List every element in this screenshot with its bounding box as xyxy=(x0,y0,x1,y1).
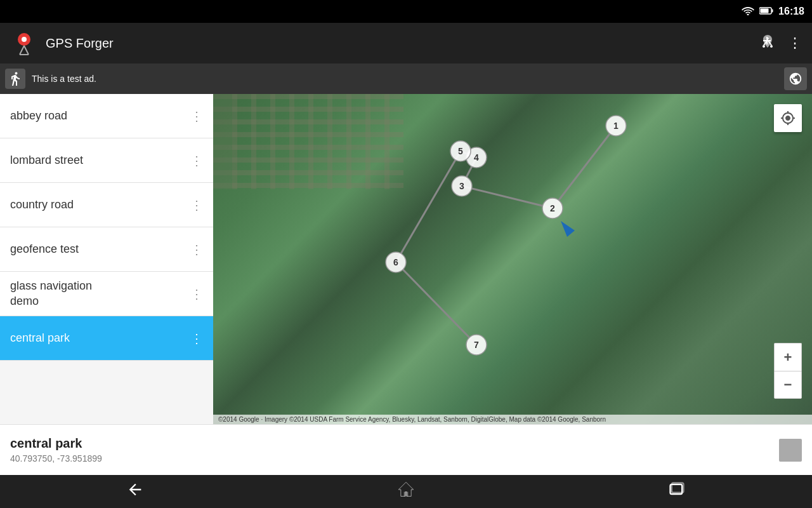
route-item-glass-navigation-demo[interactable]: glass navigationdemo ⋮ xyxy=(0,272,213,316)
route-menu-dots[interactable]: ⋮ xyxy=(190,286,203,302)
route-info: central park 40.793750, -73.951899 xyxy=(10,436,779,464)
svg-text:6: 6 xyxy=(393,257,398,267)
svg-marker-78 xyxy=(561,221,575,237)
svg-text:5: 5 xyxy=(458,146,463,156)
selected-route-coordinates: 40.793750, -73.951899 xyxy=(10,453,779,464)
zoom-in-button[interactable]: + xyxy=(774,343,802,371)
map-view[interactable]: 1 2 3 4 5 6 7 xyxy=(213,94,812,424)
toolbar-icons: ⋮ xyxy=(760,34,802,53)
route-name: geofence test xyxy=(10,243,79,256)
route-item-lombard-street[interactable]: lombard street ⋮ xyxy=(0,138,213,183)
recent-apps-button[interactable] xyxy=(668,481,686,502)
map-attribution: ©2014 Google · Imagery ©2014 USDA Farm S… xyxy=(213,415,812,424)
route-name: glass navigationdemo xyxy=(10,279,92,309)
route-name: country road xyxy=(10,198,74,211)
ad-person-icon xyxy=(5,69,25,89)
svg-text:2: 2 xyxy=(550,203,555,213)
wifi-icon xyxy=(742,6,754,17)
route-menu-dots[interactable]: ⋮ xyxy=(190,197,203,213)
svg-point-10 xyxy=(770,45,773,48)
svg-rect-2 xyxy=(772,10,773,13)
route-menu-dots[interactable]: ⋮ xyxy=(190,109,203,124)
navigation-bar xyxy=(0,475,812,508)
route-path-svg: 1 2 3 4 5 6 7 xyxy=(213,94,812,424)
svg-rect-3 xyxy=(761,9,769,13)
app-title: GPS Forger xyxy=(46,36,760,51)
selected-route-info-panel: central park 40.793750, -73.951899 xyxy=(0,424,812,475)
route-item-country-road[interactable]: country road ⋮ xyxy=(0,183,213,227)
app-bar: GPS Forger ⋮ xyxy=(0,23,812,64)
svg-text:7: 7 xyxy=(474,340,479,350)
app-logo xyxy=(10,29,38,57)
svg-point-5 xyxy=(22,37,27,42)
home-button[interactable] xyxy=(397,481,415,502)
route-item-abbey-road[interactable]: abbey road ⋮ xyxy=(0,94,213,138)
svg-rect-93 xyxy=(403,492,408,497)
back-button[interactable] xyxy=(126,481,144,502)
route-item-geofence-test[interactable]: geofence test ⋮ xyxy=(0,227,213,272)
svg-text:1: 1 xyxy=(613,121,619,131)
route-menu-dots[interactable]: ⋮ xyxy=(190,153,203,168)
svg-point-0 xyxy=(747,13,749,15)
route-menu-dots[interactable]: ⋮ xyxy=(190,242,203,257)
globe-icon[interactable] xyxy=(784,67,807,90)
selected-route-name: central park xyxy=(10,436,779,451)
svg-point-11 xyxy=(766,37,769,40)
zoom-out-button[interactable]: − xyxy=(774,371,802,399)
svg-text:3: 3 xyxy=(459,181,464,191)
svg-point-9 xyxy=(763,45,765,48)
route-name: lombard street xyxy=(10,154,83,167)
add-route-icon[interactable] xyxy=(760,34,775,53)
ad-text: This is a test ad. xyxy=(32,74,778,84)
zoom-controls: + − xyxy=(774,343,802,399)
route-menu-dots[interactable]: ⋮ xyxy=(190,331,203,346)
status-bar: 16:18 xyxy=(0,0,812,23)
my-location-button[interactable] xyxy=(774,104,802,132)
ad-bar: This is a test ad. xyxy=(0,64,812,94)
time-display: 16:18 xyxy=(778,6,804,17)
route-list: abbey road ⋮ lombard street ⋮ country ro… xyxy=(0,94,213,424)
route-name: abbey road xyxy=(10,109,67,123)
menu-icon[interactable]: ⋮ xyxy=(788,35,802,51)
svg-text:4: 4 xyxy=(474,152,479,163)
route-item-central-park[interactable]: central park ⋮ xyxy=(0,316,213,361)
battery-icon xyxy=(759,6,773,17)
route-name: central park xyxy=(10,331,70,345)
main-content: abbey road ⋮ lombard street ⋮ country ro… xyxy=(0,94,812,424)
route-thumbnail xyxy=(779,439,802,462)
